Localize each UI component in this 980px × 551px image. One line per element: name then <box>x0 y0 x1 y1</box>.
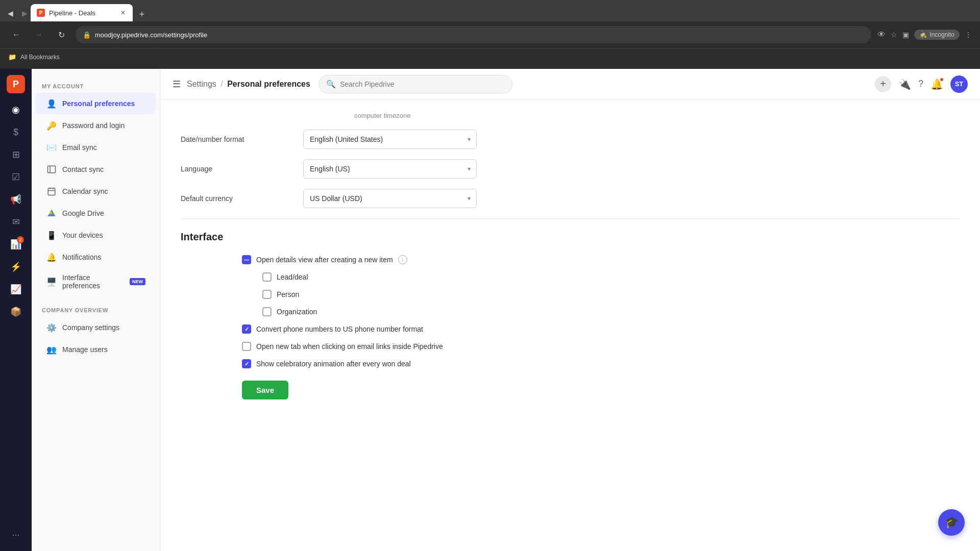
extension-button[interactable]: 🔌 <box>898 78 911 90</box>
rail-icon-activities[interactable]: ☑ <box>6 167 26 187</box>
breadcrumb-current: Personal preferences <box>227 80 310 88</box>
my-account-section-title: MY ACCOUNT <box>32 79 160 92</box>
sidebar-item-calendar-sync[interactable]: Calendar sync <box>36 181 156 202</box>
back-button[interactable]: ← <box>8 27 24 43</box>
search-bar[interactable]: 🔍 <box>318 75 512 93</box>
rail-icon-insights[interactable]: 📈 <box>6 279 26 299</box>
personal-preferences-icon: 👤 <box>46 98 57 109</box>
breadcrumb-root[interactable]: Settings <box>187 80 216 88</box>
star-icon[interactable]: ☆ <box>891 31 897 39</box>
lead-deal-checkbox[interactable] <box>262 272 272 282</box>
breadcrumb-separator: / <box>220 80 225 88</box>
date-format-row: Date/number format English (United State… <box>181 130 960 149</box>
hamburger-button[interactable]: ☰ <box>173 79 181 90</box>
bookmarks-label: All Bookmarks <box>20 54 60 61</box>
open-details-info-icon[interactable]: i <box>398 255 407 264</box>
rail-icon-mail[interactable]: ✉ <box>6 212 26 232</box>
sidebar-item-google-drive[interactable]: Google Drive <box>36 203 156 224</box>
sidebar-item-notifications[interactable]: 🔔 Notifications <box>36 246 156 268</box>
extension-icon[interactable]: ▣ <box>902 31 909 39</box>
interface-preferences-label: Interface preferences <box>62 273 125 290</box>
app-logo[interactable]: P <box>7 75 25 93</box>
show-animation-checkbox[interactable] <box>242 359 251 368</box>
url-bar[interactable]: 🔒 moodjoy.pipedrive.com/settings/profile <box>76 26 871 43</box>
show-animation-label: Show celebratory animation after every w… <box>256 360 411 368</box>
reload-button[interactable]: ↻ <box>53 27 69 43</box>
rail-icon-dashboard[interactable]: ◉ <box>6 99 26 120</box>
lock-icon: 🔒 <box>83 31 91 39</box>
convert-phone-label: Convert phone numbers to US phone number… <box>256 325 423 333</box>
notifications-label: Notifications <box>62 253 101 261</box>
tab-close-button[interactable]: ✕ <box>119 8 127 17</box>
sidebar-item-interface-preferences[interactable]: 🖥️ Interface preferences NEW <box>36 268 156 295</box>
search-icon: 🔍 <box>326 80 336 89</box>
sidebar: MY ACCOUNT 👤 Personal preferences 🔑 Pass… <box>32 69 160 551</box>
your-devices-label: Your devices <box>62 231 103 239</box>
active-tab[interactable]: P Pipeline - Deals ✕ <box>31 4 133 21</box>
rail-icon-campaigns[interactable]: 📢 <box>6 189 26 210</box>
email-sync-label: Email sync <box>62 143 97 152</box>
eye-icon: 👁 <box>877 30 886 39</box>
organization-label: Organization <box>277 308 317 316</box>
company-settings-icon: ⚙️ <box>46 322 57 333</box>
language-select[interactable]: English (US) German French Spanish <box>303 159 477 179</box>
new-tab-button[interactable]: + <box>135 7 149 21</box>
rail-badge: 2 <box>17 236 24 243</box>
rail-icon-automations[interactable]: ⚡ <box>6 257 26 277</box>
interface-title: Interface <box>181 218 960 243</box>
add-button[interactable]: + <box>875 76 891 92</box>
sidebar-item-password-login[interactable]: 🔑 Password and login <box>36 115 156 136</box>
help-circle-button[interactable]: 🎓 <box>938 509 965 536</box>
lead-deal-label: Lead/deal <box>277 273 308 281</box>
convert-phone-checkbox[interactable] <box>242 324 251 334</box>
url-text: moodjoy.pipedrive.com/settings/profile <box>95 31 207 39</box>
rail-icon-products[interactable]: 📦 <box>6 302 26 322</box>
open-new-tab-row: Open new tab when clicking on email link… <box>242 342 960 351</box>
open-details-label: Open details view after creating a new i… <box>256 256 393 264</box>
person-label: Person <box>277 290 299 298</box>
open-new-tab-label: Open new tab when clicking on email link… <box>256 342 443 350</box>
rail-icon-deals[interactable]: $ <box>6 122 26 142</box>
rail-icon-contacts[interactable]: ⊞ <box>6 144 26 165</box>
notifications-button[interactable]: 🔔 <box>930 78 943 90</box>
open-new-tab-checkbox[interactable] <box>242 342 251 351</box>
help-button[interactable]: ? <box>918 79 923 89</box>
calendar-sync-label: Calendar sync <box>62 187 108 195</box>
save-button[interactable]: Save <box>242 381 288 399</box>
profile-menu-button[interactable]: ⋮ <box>965 31 972 39</box>
forward-button[interactable]: → <box>31 27 47 43</box>
sidebar-item-contact-sync[interactable]: Contact sync <box>36 159 156 180</box>
tab-title: Pipeline - Deals <box>49 9 95 17</box>
sidebar-item-your-devices[interactable]: 📱 Your devices <box>36 224 156 246</box>
sidebar-item-manage-users[interactable]: 👥 Manage users <box>36 339 156 360</box>
search-input[interactable] <box>340 80 505 88</box>
organization-checkbox[interactable] <box>262 307 272 316</box>
sidebar-item-email-sync[interactable]: ✉️ Email sync <box>36 137 156 158</box>
rail-icon-reports[interactable]: 📊 2 <box>6 234 26 255</box>
language-row: Language English (US) German French Span… <box>181 159 960 179</box>
breadcrumb: Settings / Personal preferences <box>187 80 310 89</box>
person-checkbox[interactable] <box>262 290 272 299</box>
open-details-checkbox[interactable] <box>242 255 251 264</box>
tab-nav-next[interactable]: ▶ <box>18 7 31 19</box>
interface-preferences-icon: 🖥️ <box>46 276 57 287</box>
google-drive-label: Google Drive <box>62 209 104 217</box>
sidebar-item-company-settings[interactable]: ⚙️ Company settings <box>36 317 156 338</box>
date-format-select[interactable]: English (United States) English (UK) Ger… <box>303 130 477 149</box>
show-animation-row: Show celebratory animation after every w… <box>242 359 960 368</box>
currency-row: Default currency US Dollar (USD) Euro (E… <box>181 189 960 208</box>
language-label: Language <box>181 165 303 173</box>
rail-icon-more[interactable]: ··· <box>6 524 26 545</box>
tab-favicon: P <box>37 9 45 17</box>
incognito-badge: 🕵 Incognito <box>914 30 960 40</box>
your-devices-icon: 📱 <box>46 230 57 241</box>
google-drive-icon <box>46 208 57 219</box>
tab-nav-prev[interactable]: ◀ <box>4 7 16 19</box>
sidebar-item-personal-preferences[interactable]: 👤 Personal preferences <box>36 93 156 114</box>
currency-select[interactable]: US Dollar (USD) Euro (EUR) British Pound… <box>303 189 477 208</box>
currency-label: Default currency <box>181 194 303 203</box>
settings-content: computer timezone Date/number format Eng… <box>160 99 980 551</box>
avatar[interactable]: ST <box>950 76 968 93</box>
open-details-row: Open details view after creating a new i… <box>242 255 960 264</box>
svg-rect-2 <box>48 188 55 195</box>
